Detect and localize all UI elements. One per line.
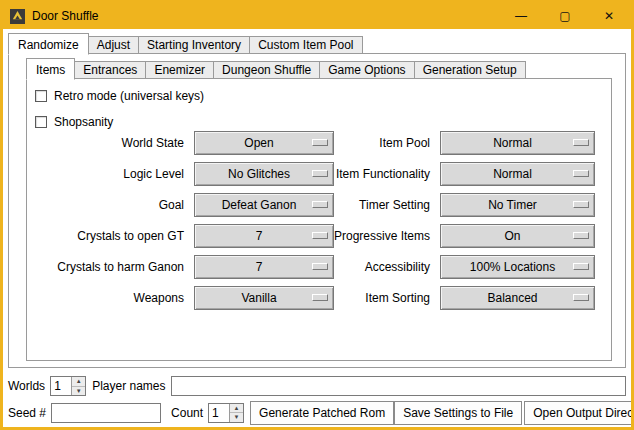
dropdown-indicator-icon xyxy=(312,263,328,270)
progressive-items-row: Progressive Items On xyxy=(329,224,595,248)
item-sorting-row: Item Sorting Balanced xyxy=(329,286,595,310)
worlds-label: Worlds xyxy=(8,379,45,393)
retro-mode-check-row[interactable]: Retro mode (universal keys) xyxy=(35,87,204,105)
worlds-input[interactable] xyxy=(51,377,71,395)
spin-down-icon[interactable]: ▼ xyxy=(230,413,243,422)
tab-items[interactable]: Items xyxy=(26,58,75,80)
dropdown-value: 7 xyxy=(256,260,273,274)
progressive-items-dropdown[interactable]: On xyxy=(440,224,595,248)
dropdown-indicator-icon xyxy=(573,201,589,208)
crystals-gt-row: Crystals to open GT 7 xyxy=(36,224,334,248)
seed-input[interactable] xyxy=(51,403,161,423)
item-functionality-label: Item Functionality xyxy=(329,167,440,181)
tab-adjust[interactable]: Adjust xyxy=(88,36,139,54)
right-field-column: Item Pool Normal Item Functionality Norm… xyxy=(329,131,595,317)
worlds-row: Worlds ▲ ▼ Player names xyxy=(3,375,631,397)
spin-arrows: ▲ ▼ xyxy=(229,404,243,422)
checkbox-icon[interactable] xyxy=(35,116,47,128)
dropdown-value: Open xyxy=(244,136,283,150)
dropdown-indicator-icon xyxy=(312,139,328,146)
tab-entrances[interactable]: Entrances xyxy=(74,61,146,79)
player-names-input[interactable] xyxy=(171,376,627,396)
checkbox-icon[interactable] xyxy=(35,90,47,102)
goal-dropdown[interactable]: Defeat Ganon xyxy=(194,193,334,217)
accessibility-row: Accessibility 100% Locations xyxy=(329,255,595,279)
client-area: Randomize Adjust Starting Inventory Cust… xyxy=(3,29,631,427)
count-spinbox[interactable]: ▲ ▼ xyxy=(208,403,244,423)
tab-generation-setup[interactable]: Generation Setup xyxy=(414,61,526,79)
open-output-directory-button[interactable]: Open Output Directory xyxy=(524,401,631,425)
logic-level-label: Logic Level xyxy=(36,167,194,181)
tab-randomize[interactable]: Randomize xyxy=(8,33,89,55)
crystals-gt-label: Crystals to open GT xyxy=(36,229,194,243)
item-pool-row: Item Pool Normal xyxy=(329,131,595,155)
dropdown-value: On xyxy=(504,229,530,243)
crystals-gt-dropdown[interactable]: 7 xyxy=(194,224,334,248)
weapons-row: Weapons Vanilla xyxy=(36,286,334,310)
dropdown-value: Balanced xyxy=(487,291,547,305)
accessibility-dropdown[interactable]: 100% Locations xyxy=(440,255,595,279)
shopsanity-label: Shopsanity xyxy=(54,115,113,129)
tab-starting-inventory[interactable]: Starting Inventory xyxy=(138,36,250,54)
dropdown-indicator-icon xyxy=(312,232,328,239)
crystals-ganon-label: Crystals to harm Ganon xyxy=(36,260,194,274)
dropdown-value: Normal xyxy=(493,136,542,150)
item-functionality-row: Item Functionality Normal xyxy=(329,162,595,186)
spin-up-icon[interactable]: ▲ xyxy=(72,377,85,387)
timer-setting-label: Timer Setting xyxy=(329,198,440,212)
accessibility-label: Accessibility xyxy=(329,260,440,274)
close-icon[interactable]: ✕ xyxy=(587,3,631,29)
dropdown-indicator-icon xyxy=(573,263,589,270)
item-pool-dropdown[interactable]: Normal xyxy=(440,131,595,155)
seed-label: Seed # xyxy=(8,406,46,420)
worlds-spinbox[interactable]: ▲ ▼ xyxy=(50,376,86,396)
goal-row: Goal Defeat Ganon xyxy=(36,193,334,217)
dropdown-value: No Glitches xyxy=(228,167,300,181)
seed-row: Seed # Count ▲ ▼ Generate Patched Rom Sa… xyxy=(3,400,631,425)
item-sorting-dropdown[interactable]: Balanced xyxy=(440,286,595,310)
dropdown-indicator-icon xyxy=(573,294,589,301)
logic-level-row: Logic Level No Glitches xyxy=(36,162,334,186)
spin-up-icon[interactable]: ▲ xyxy=(230,404,243,414)
player-names-label: Player names xyxy=(92,379,165,393)
dropdown-indicator-icon xyxy=(573,170,589,177)
dropdown-value: Normal xyxy=(493,167,542,181)
item-pool-label: Item Pool xyxy=(329,136,440,150)
sub-tab-bar: Items Entrances Enemizer Dungeon Shuffle… xyxy=(26,58,525,79)
timer-setting-row: Timer Setting No Timer xyxy=(329,193,595,217)
world-state-dropdown[interactable]: Open xyxy=(194,131,334,155)
dropdown-value: Vanilla xyxy=(241,291,286,305)
goal-label: Goal xyxy=(36,198,194,212)
tab-dungeon-shuffle[interactable]: Dungeon Shuffle xyxy=(213,61,320,79)
weapons-label: Weapons xyxy=(36,291,194,305)
progressive-items-label: Progressive Items xyxy=(329,229,440,243)
shopsanity-check-row[interactable]: Shopsanity xyxy=(35,113,113,131)
maximize-icon[interactable]: ▢ xyxy=(543,3,587,29)
tab-game-options[interactable]: Game Options xyxy=(319,61,414,79)
app-window: Door Shuffle — ▢ ✕ Randomize Adjust Star… xyxy=(0,0,634,430)
save-settings-button[interactable]: Save Settings to File xyxy=(394,401,522,425)
timer-setting-dropdown[interactable]: No Timer xyxy=(440,193,595,217)
world-state-row: World State Open xyxy=(36,131,334,155)
dropdown-value: 100% Locations xyxy=(470,260,565,274)
main-tab-bar: Randomize Adjust Starting Inventory Cust… xyxy=(8,33,362,54)
dropdown-indicator-icon xyxy=(312,294,328,301)
spin-arrows: ▲ ▼ xyxy=(71,377,85,395)
generate-patched-rom-button[interactable]: Generate Patched Rom xyxy=(250,401,394,425)
count-input[interactable] xyxy=(209,404,229,422)
window-title: Door Shuffle xyxy=(32,9,99,23)
crystals-ganon-row: Crystals to harm Ganon 7 xyxy=(36,255,334,279)
window-controls: — ▢ ✕ xyxy=(499,3,631,29)
minimize-icon[interactable]: — xyxy=(499,3,543,29)
item-sorting-label: Item Sorting xyxy=(329,291,440,305)
dropdown-indicator-icon xyxy=(312,201,328,208)
logic-level-dropdown[interactable]: No Glitches xyxy=(194,162,334,186)
item-functionality-dropdown[interactable]: Normal xyxy=(440,162,595,186)
tab-enemizer[interactable]: Enemizer xyxy=(145,61,214,79)
dropdown-indicator-icon xyxy=(573,139,589,146)
spin-down-icon[interactable]: ▼ xyxy=(72,387,85,396)
weapons-dropdown[interactable]: Vanilla xyxy=(194,286,334,310)
tab-custom-item-pool[interactable]: Custom Item Pool xyxy=(249,36,362,54)
dropdown-indicator-icon xyxy=(573,232,589,239)
crystals-ganon-dropdown[interactable]: 7 xyxy=(194,255,334,279)
